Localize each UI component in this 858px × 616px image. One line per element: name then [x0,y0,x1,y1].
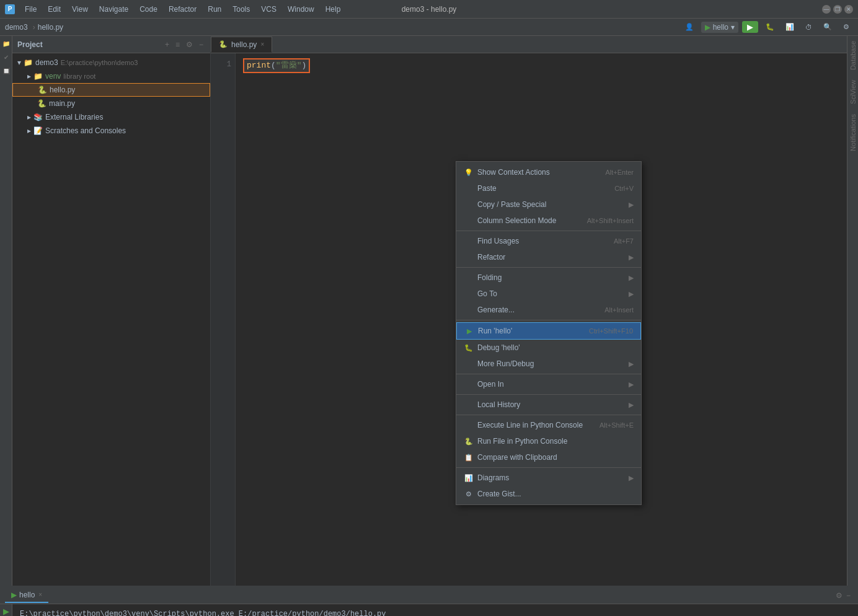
scratches-icon: ▸ [27,126,31,135]
cm-copy-paste-special[interactable]: Copy / Paste Special ▶ [456,196,641,213]
commit-icon[interactable]: ✔ [1,52,11,62]
editor-tabs: 🐍 hello.py × [211,36,847,53]
close-button[interactable]: ✕ [844,5,853,14]
cm-show-context-actions[interactable]: 💡 Show Context Actions Alt+Enter [456,164,641,180]
bottom-minimize-icon[interactable]: − [846,591,851,600]
window-title: demo3 - hello.py [402,5,457,14]
project-list-button[interactable]: ≡ [174,40,182,50]
tree-item-main-py[interactable]: 🐍 main.py [12,97,210,110]
editor-tab-hello-py[interactable]: 🐍 hello.py × [211,37,272,53]
sidebar-label-notifications[interactable]: Notifications [848,109,858,156]
minimize-button[interactable]: — [822,5,831,14]
project-settings-button[interactable]: ⚙ [184,40,195,50]
bottom-tab-run[interactable]: ▶ hello × [5,588,48,603]
folding-icon [464,273,474,283]
cm-folding[interactable]: Folding ▶ [456,270,641,286]
debug-hello-icon: 🐛 [464,343,474,353]
cm-label-diagrams: Diagrams [477,473,626,482]
tab-close-hello-py[interactable]: × [260,41,264,48]
structure-icon[interactable]: 🔲 [1,66,11,76]
find-usages-icon [464,236,474,246]
cm-local-history[interactable]: Local History ▶ [456,397,641,413]
bottom-settings-icon[interactable]: ⚙ [836,591,843,600]
project-panel: Project + ≡ ⚙ − ▾ 📁 demo3 E:\practice\py… [12,36,211,586]
create-gist-icon: ⚙ [464,489,474,499]
menu-view[interactable]: View [67,4,93,15]
column-icon [464,216,474,226]
cm-compare-clipboard[interactable]: 📋 Compare with Clipboard [456,449,641,465]
context-menu: 💡 Show Context Actions Alt+Enter Paste C… [456,161,642,505]
tree-item-demo3[interactable]: ▾ 📁 demo3 E:\practice\python\demo3 [12,56,210,69]
run-command-line: E:\practice\python\demo3\venv\Scripts\py… [20,608,851,616]
cm-create-gist[interactable]: ⚙ Create Gist... [456,486,641,502]
coverage-button[interactable]: 📊 [782,22,798,32]
folding-arrow-icon: ▶ [629,274,634,282]
project-icon[interactable]: 📁 [1,38,11,48]
cm-label-column-selection: Column Selection Mode [477,216,587,225]
project-add-button[interactable]: + [163,40,171,50]
cm-sep-7 [456,467,641,468]
menu-refactor[interactable]: Refactor [164,4,201,15]
search-everywhere-button[interactable]: 🔍 [820,22,836,32]
cm-diagrams[interactable]: 📊 Diagrams ▶ [456,470,641,486]
project-collapse-button[interactable]: − [197,40,205,50]
code-highlight-box: print("雷燊") [243,58,310,73]
maximize-button[interactable]: ❐ [833,5,842,14]
cm-label-open-in: Open In [477,380,626,389]
cm-refactor[interactable]: Refactor ▶ [456,249,641,265]
bottom-content: ▶ 🔧 ⬛ ↕ ≡ 🗑 E:\practice\python\demo3\ven… [0,604,858,616]
tree-item-venv[interactable]: ▸ 📁 venv library root [12,69,210,83]
cm-more-run-debug[interactable]: More Run/Debug ▶ [456,356,641,372]
menu-edit[interactable]: Edit [43,4,66,15]
diagrams-icon: 📊 [464,473,474,483]
run-dropdown[interactable]: ▶ hello ▾ [701,22,738,33]
cm-column-selection[interactable]: Column Selection Mode Alt+Shift+Insert [456,213,641,229]
folder-collapsed-icon: ▸ [27,72,31,81]
menu-window[interactable]: Window [283,4,319,15]
cm-go-to[interactable]: Go To ▶ [456,286,641,302]
settings-button[interactable]: ⚙ [839,22,853,32]
run-tab-close[interactable]: × [38,591,42,598]
cm-generate[interactable]: Generate... Alt+Insert [456,302,641,318]
tree-item-external-libs[interactable]: ▸ 📚 External Libraries [12,110,210,124]
tree-label-main-py: main.py [49,99,75,108]
menu-tools[interactable]: Tools [228,4,255,15]
tree-item-hello-py[interactable]: 🐍 hello.py [12,83,210,97]
project-panel-title: Project [17,40,161,49]
tree-item-scratches[interactable]: ▸ 📝 Scratches and Consoles [12,124,210,138]
cm-label-run-hello: Run 'hello' [478,327,589,335]
code-paren-open: ( [271,61,276,70]
menu-file[interactable]: File [20,4,42,15]
menu-vcs[interactable]: VCS [256,4,281,15]
menu-help[interactable]: Help [321,4,346,15]
cm-run-file-console[interactable]: 🐍 Run File in Python Console [456,433,641,449]
profile-run-button[interactable]: ⏱ [802,22,816,32]
tree-label-hello-py: hello.py [50,86,75,94]
cm-label-copy-paste: Copy / Paste Special [477,200,626,209]
cm-execute-line[interactable]: Execute Line in Python Console Alt+Shift… [456,417,641,433]
sidebar-label-sciview[interactable]: SciView [848,75,858,109]
menu-run[interactable]: Run [203,4,226,15]
profile-button[interactable]: 👤 [681,22,697,32]
cm-paste[interactable]: Paste Ctrl+V [456,180,641,196]
cm-run-hello[interactable]: ▶ Run 'hello' Ctrl+Shift+F10 [456,322,641,340]
debug-button[interactable]: 🐛 [762,22,778,32]
cm-open-in[interactable]: Open In ▶ [456,376,641,392]
sidebar-label-database[interactable]: Database [848,36,858,75]
run-output: E:\practice\python\demo3\venv\Scripts\py… [12,604,858,616]
menu-code[interactable]: Code [135,4,162,15]
cm-find-usages[interactable]: Find Usages Alt+F7 [456,233,641,249]
cm-shortcut-show-context: Alt+Enter [605,169,634,176]
cm-debug-hello[interactable]: 🐛 Debug 'hello' [456,340,641,356]
context-actions-icon: 💡 [464,167,474,177]
menu-navigate[interactable]: Navigate [94,4,133,15]
run-button[interactable]: ▶ [742,21,758,33]
cm-shortcut-column: Alt+Shift+Insert [587,217,634,224]
cm-label-generate: Generate... [477,306,604,314]
compare-clipboard-icon: 📋 [464,452,474,462]
left-icon-bar: 📁 ✔ 🔲 [0,36,12,586]
cm-sep-3 [456,320,641,320]
run-play-icon[interactable]: ▶ [3,607,9,616]
cm-shortcut-find-usages: Alt+F7 [614,237,634,245]
run-hello-icon: ▶ [464,326,474,336]
